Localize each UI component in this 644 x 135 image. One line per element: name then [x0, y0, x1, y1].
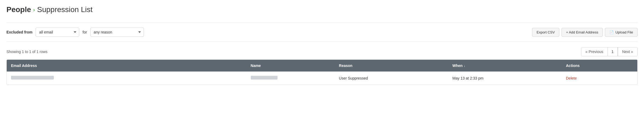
table-cell-when: May 13 at 2:33 pm [448, 72, 562, 85]
for-label: for [83, 30, 87, 34]
showing-text: Showing 1 to 1 of 1 rows [6, 50, 47, 54]
excluded-from-select[interactable]: all email transactional email marketing … [36, 28, 79, 37]
filter-right: Export CSV + Add Email Address 📄 Upload … [532, 28, 638, 37]
breadcrumb-current-page: Suppression List [37, 5, 92, 14]
breadcrumb-chevron-icon: › [33, 7, 35, 13]
breadcrumb-people[interactable]: People [6, 5, 31, 14]
col-header-actions: Actions [562, 60, 638, 72]
reason-select[interactable]: any reason bounced spam complaint unsubs… [90, 28, 144, 37]
export-csv-button[interactable]: Export CSV [532, 28, 559, 37]
breadcrumb: People › Suppression List [6, 5, 638, 14]
upload-file-button[interactable]: 📄 Upload File [605, 28, 638, 37]
next-button[interactable]: Next » [618, 47, 637, 56]
previous-button[interactable]: « Previous [581, 47, 608, 56]
filter-left: Excluded from all email transactional em… [6, 28, 144, 37]
pagination-current-page: 1 [608, 47, 618, 56]
col-header-name: Name [246, 60, 335, 72]
upload-file-icon: 📄 [609, 30, 614, 34]
table-cell-email [7, 72, 246, 85]
delete-button[interactable]: Delete [566, 76, 577, 80]
table-header-row: Email Address Name Reason When Actions [7, 60, 637, 72]
col-header-when[interactable]: When [448, 60, 562, 72]
add-email-button[interactable]: + Add Email Address [561, 28, 603, 37]
excluded-from-label: Excluded from [6, 30, 32, 34]
col-header-email: Email Address [7, 60, 246, 72]
email-redacted-block [11, 76, 54, 80]
table-cell-reason: User Suppressed [335, 72, 448, 85]
suppression-table: Email Address Name Reason When Actions U… [6, 59, 638, 85]
col-header-reason: Reason [335, 60, 448, 72]
name-redacted-block [251, 76, 278, 80]
table-cell-name [246, 72, 335, 85]
table-cell-actions: Delete [562, 72, 638, 85]
table-row: User Suppressed May 13 at 2:33 pm Delete [7, 72, 637, 85]
pagination: « Previous 1 Next » [581, 47, 638, 56]
filter-row: Excluded from all email transactional em… [6, 22, 638, 42]
showing-row: Showing 1 to 1 of 1 rows « Previous 1 Ne… [6, 47, 638, 56]
